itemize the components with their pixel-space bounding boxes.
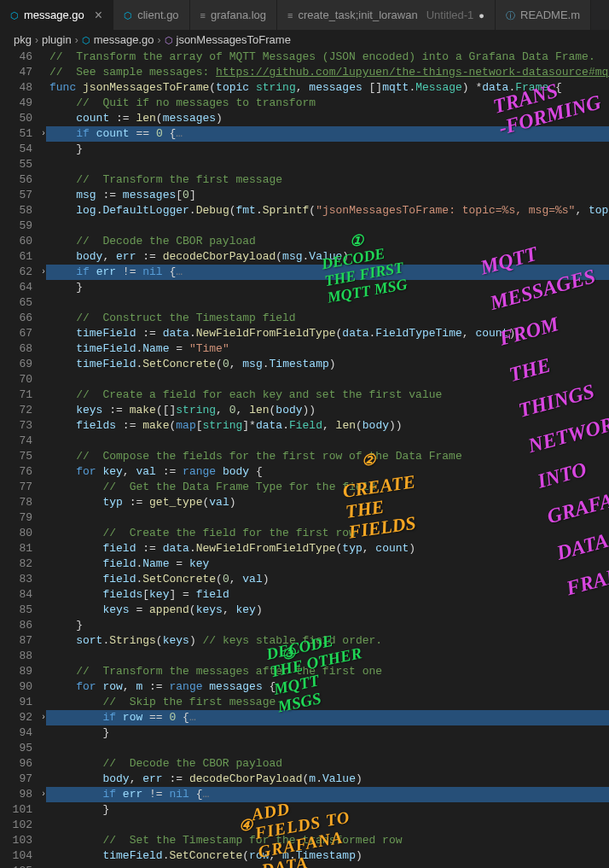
code-line[interactable]: // Create the field for the first row [49, 526, 609, 541]
code-line[interactable]: body, err := decodeCborPayload(msg.Value… [49, 249, 609, 265]
tab-label: grafana.log [211, 9, 266, 21]
code-line[interactable]: for key, val := range body { [49, 464, 609, 480]
code-line[interactable] [49, 741, 609, 756]
code-line[interactable]: fields := make(map[string]*data.Field, l… [49, 418, 609, 434]
line-number: 58 [0, 203, 49, 218]
code-line[interactable]: // Transform the array of MQTT Messages … [49, 50, 609, 65]
fold-chevron-icon[interactable]: › [41, 265, 46, 280]
line-number: 70 [0, 372, 49, 387]
code-line[interactable]: keys = append(keys, key) [49, 603, 609, 618]
code-line[interactable]: // Quit if no messages to transform [49, 96, 609, 111]
code-line[interactable]: timeField.SetConcrete(0, msg.Timestamp) [49, 357, 609, 372]
code-line[interactable]: count := len(messages) [49, 111, 609, 126]
code-line[interactable] [49, 818, 609, 833]
line-number: 48 [0, 80, 49, 96]
code-line[interactable]: // Construct the Timestamp field [49, 311, 609, 326]
line-number: 87 [0, 633, 49, 649]
tab-client-go[interactable]: client.go [113, 0, 189, 30]
code-area[interactable]: // Transform the array of MQTT Messages … [49, 50, 609, 868]
tab-README-m[interactable]: README.m [496, 0, 591, 30]
code-editor[interactable]: 464748495051›545556575859606162›64656667… [0, 50, 609, 868]
line-number: 88 [0, 649, 49, 664]
code-line[interactable]: field.SetConcrete(0, val) [49, 572, 609, 587]
code-line[interactable] [49, 218, 609, 234]
code-line[interactable]: field := data.NewFieldFromFieldType(typ,… [49, 541, 609, 556]
code-line[interactable]: for row, m := range messages { [49, 679, 609, 695]
line-number: 60 [0, 234, 49, 249]
code-line[interactable]: log.DefaultLogger.Debug(fmt.Sprintf("jso… [49, 203, 609, 218]
code-line[interactable]: // Decode the CBOR payload [49, 756, 609, 772]
line-number: 50 [0, 111, 49, 126]
breadcrumb-item[interactable]: pkg [14, 33, 32, 46]
breadcrumb-separator-icon: › [35, 34, 38, 46]
code-line[interactable] [49, 157, 609, 172]
code-line[interactable] [49, 434, 609, 449]
code-line[interactable]: } [49, 618, 609, 633]
code-line[interactable]: } [49, 725, 609, 741]
unsaved-dot-icon [478, 9, 484, 21]
code-line[interactable]: if row == 0 {… [46, 710, 609, 725]
tab-label: create_task;init_lorawan [299, 9, 418, 21]
line-number: 83 [0, 572, 49, 587]
breadcrumb-item[interactable]: plugin [42, 33, 72, 46]
code-line[interactable]: sort.Strings(keys) // keys stable field … [49, 633, 609, 649]
line-number: 65 [0, 295, 49, 311]
code-line[interactable]: msg := messages[0] [49, 188, 609, 203]
code-line[interactable]: field.Name = key [49, 556, 609, 572]
code-line[interactable]: fields[key] = field [49, 587, 609, 603]
tab-create_task-init_lorawan[interactable]: create_task;init_lorawanUntitled-1 [277, 0, 496, 30]
line-number: 94 [0, 725, 49, 741]
code-line[interactable]: // See sample messages: https://github.c… [49, 65, 609, 80]
code-line[interactable] [49, 372, 609, 387]
code-line[interactable] [49, 649, 609, 664]
fold-chevron-icon[interactable]: › [41, 126, 46, 142]
line-number: 105 [0, 864, 49, 868]
fold-chevron-icon[interactable]: › [41, 710, 46, 725]
code-line[interactable]: body, err := decodeCborPayload(m.Value) [49, 772, 609, 787]
breadcrumb-separator-icon: › [158, 34, 161, 46]
tab-grafana-log[interactable]: grafana.log [190, 0, 277, 30]
tab-label: message.go [24, 9, 84, 21]
code-line[interactable]: // Set the Timestamp for the transformed… [49, 833, 609, 848]
close-icon[interactable]: × [95, 8, 102, 23]
code-line[interactable] [49, 295, 609, 311]
code-line[interactable]: if err != nil {… [46, 787, 609, 802]
fold-chevron-icon[interactable]: › [41, 787, 46, 802]
breadcrumb-item[interactable]: message.go [94, 33, 154, 46]
code-line[interactable] [49, 864, 609, 868]
code-line[interactable]: // Decode the CBOR payload [49, 234, 609, 249]
code-line[interactable]: timeField.SetConcrete(row, m.Timestamp) [49, 848, 609, 864]
code-line[interactable]: func jsonMessagesToFrame(topic string, m… [49, 80, 609, 96]
code-line[interactable]: // Create a field for each key and set t… [49, 387, 609, 403]
file-icon [506, 9, 515, 22]
file-icon [10, 9, 19, 21]
code-line[interactable]: // Transform the first message [49, 172, 609, 188]
line-number: 66 [0, 311, 49, 326]
code-line[interactable]: // Transform the messages after the firs… [49, 664, 609, 679]
code-line[interactable]: keys := make([]string, 0, len(body)) [49, 403, 609, 418]
code-line[interactable]: // Skip the first message [49, 695, 609, 710]
code-line[interactable]: if err != nil {… [46, 265, 609, 280]
line-number: 55 [0, 157, 49, 172]
code-line[interactable]: // Get the Data Frame Type for the field [49, 480, 609, 495]
code-line[interactable]: if count == 0 {… [46, 126, 609, 142]
line-number: 72 [0, 403, 49, 418]
line-number: 75 [0, 449, 49, 464]
line-number: 71 [0, 387, 49, 403]
breadcrumb-item[interactable]: jsonMessagesToFrame [177, 33, 291, 46]
code-line[interactable] [49, 510, 609, 526]
code-line[interactable]: typ := get_type(val) [49, 495, 609, 510]
line-number: 91 [0, 695, 49, 710]
code-line[interactable]: timeField := data.NewFieldFromFieldType(… [49, 326, 609, 341]
code-line[interactable]: } [49, 142, 609, 157]
code-line[interactable]: // Compose the fields for the first row … [49, 449, 609, 464]
tab-message-go[interactable]: message.go× [0, 0, 113, 30]
line-number: 102 [0, 818, 49, 833]
line-number: 68 [0, 341, 49, 357]
line-number: 98› [0, 787, 49, 802]
code-line[interactable]: timeField.Name = "Time" [49, 341, 609, 357]
code-line[interactable]: } [49, 280, 609, 295]
line-number: 96 [0, 756, 49, 772]
file-icon [200, 9, 206, 21]
code-line[interactable]: } [49, 802, 609, 818]
